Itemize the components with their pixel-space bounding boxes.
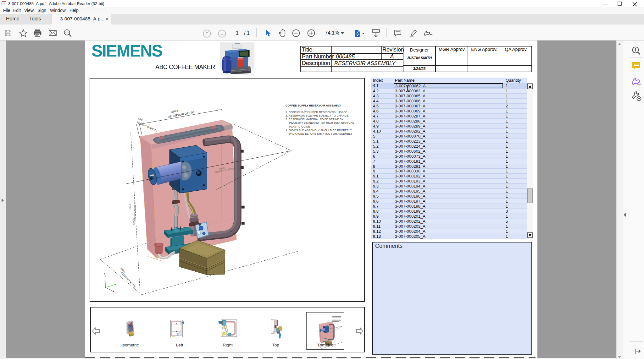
svg-text:50.6: 50.6 [138,117,143,122]
svg-text:256,8: 256,8 [171,109,179,114]
svg-text:RESERVOIR HEIGHT: RESERVOIR HEIGHT [133,202,137,226]
svg-text:RESERVOIR WIDTH: RESERVOIR WIDTH [136,121,158,133]
svg-text:350.2: 350.2 [128,204,131,210]
svg-text:ASSEMBLY WIDTH: ASSEMBLY WIDTH [120,271,136,288]
svg-text:z: z [104,273,105,275]
